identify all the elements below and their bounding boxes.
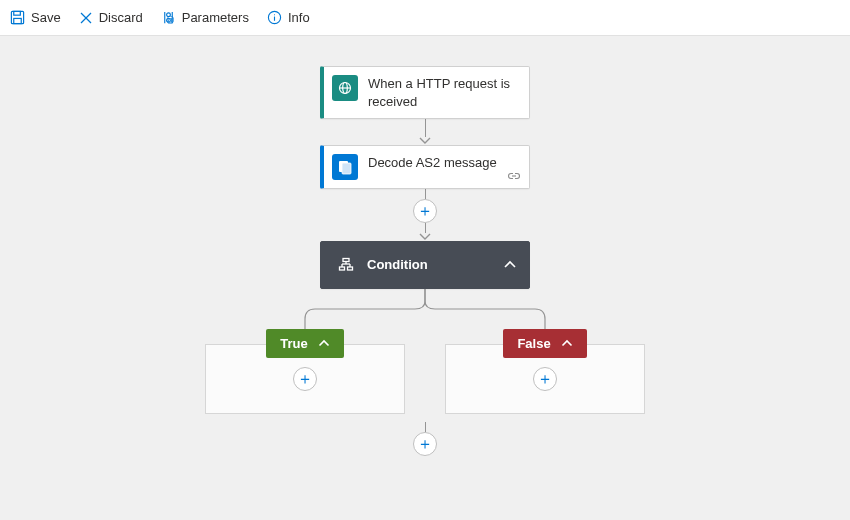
info-icon (267, 10, 282, 25)
discard-button[interactable]: Discard (79, 10, 143, 25)
flow-arrow: ＋ (413, 189, 437, 241)
chevron-up-icon (318, 339, 330, 348)
as2-action-icon (332, 154, 358, 180)
add-action-false-button[interactable]: ＋ (533, 367, 557, 391)
action-label: Decode AS2 message (368, 154, 519, 172)
svg-rect-2 (14, 18, 22, 23)
svg-rect-15 (342, 163, 351, 174)
save-button[interactable]: Save (10, 10, 61, 25)
condition-card[interactable]: Condition (320, 241, 530, 289)
info-button[interactable]: Info (267, 10, 310, 25)
trigger-card-http-request[interactable]: When a HTTP request is received (320, 66, 530, 119)
parameters-icon: @ (161, 10, 176, 25)
parameters-button[interactable]: @ Parameters (161, 10, 249, 25)
svg-rect-16 (343, 259, 349, 262)
toolbar: Save Discard @ Parameters Info (0, 0, 850, 36)
info-label: Info (288, 10, 310, 25)
link-icon (507, 169, 521, 184)
condition-true-branch: True ＋ (205, 329, 405, 414)
save-label: Save (31, 10, 61, 25)
close-icon (79, 11, 93, 25)
false-branch-header[interactable]: False (503, 329, 586, 358)
svg-text:@: @ (166, 15, 175, 25)
action-card-decode-as2[interactable]: Decode AS2 message (320, 145, 530, 189)
condition-false-branch: False ＋ (445, 329, 645, 414)
true-label: True (280, 336, 307, 351)
flow-arrow (419, 119, 431, 145)
condition-icon (333, 252, 359, 278)
condition-label: Condition (367, 256, 503, 274)
svg-point-9 (274, 14, 275, 15)
true-branch-header[interactable]: True (266, 329, 343, 358)
chevron-up-icon (503, 260, 517, 270)
designer-canvas[interactable]: When a HTTP request is received Decode A… (0, 36, 850, 520)
svg-rect-1 (14, 11, 21, 15)
save-icon (10, 10, 25, 25)
parameters-label: Parameters (182, 10, 249, 25)
branch-connector (205, 289, 645, 329)
flow-arrow (425, 422, 426, 432)
svg-rect-21 (340, 267, 345, 270)
add-step-button[interactable]: ＋ (413, 199, 437, 223)
trigger-label: When a HTTP request is received (368, 75, 519, 110)
http-trigger-icon (332, 75, 358, 101)
false-label: False (517, 336, 550, 351)
discard-label: Discard (99, 10, 143, 25)
add-action-true-button[interactable]: ＋ (293, 367, 317, 391)
svg-rect-22 (348, 267, 353, 270)
chevron-up-icon (561, 339, 573, 348)
add-step-after-condition-button[interactable]: ＋ (413, 432, 437, 456)
